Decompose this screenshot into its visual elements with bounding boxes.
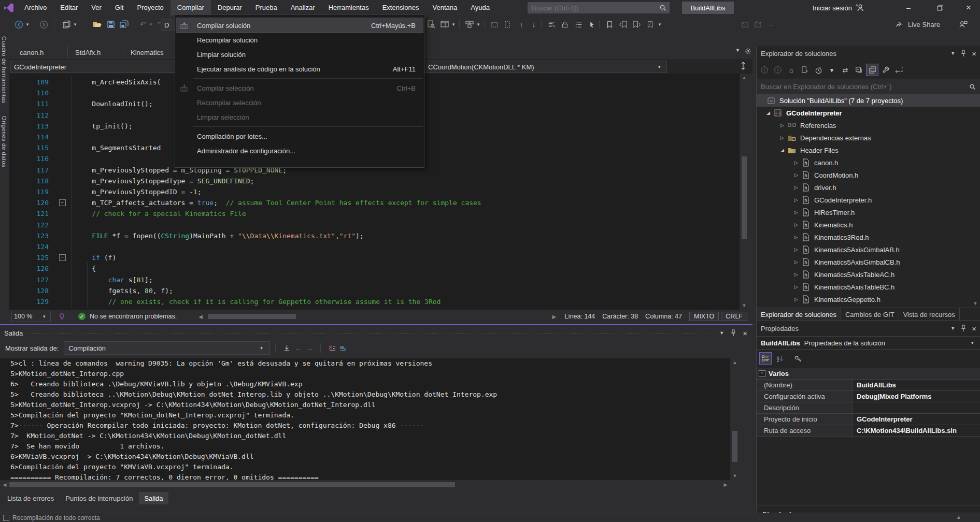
tree-expanded-icon[interactable]: ◢	[766, 110, 774, 115]
bookmarks-dropdown-icon[interactable]: ▾	[657, 19, 662, 30]
tree-item-coordmotion-h[interactable]: ▷hCoordMotion.h	[757, 169, 980, 181]
menu-item-compilar-soluci-n[interactable]: Compilar soluciónCtrl+Mayús.+B	[176, 18, 423, 33]
goto-message-source-icon[interactable]	[281, 342, 292, 354]
alphabetical-view-icon[interactable]: AZ	[774, 353, 786, 364]
property-row-ruta-de-acceso[interactable]: Ruta de accesoC:\KMotion434\BuildAllLibs…	[757, 425, 980, 437]
code-line-118[interactable]: 118 m_PreviouslyStoppedType = SEG_UNDEFI…	[9, 176, 740, 186]
menubar-item-depurar[interactable]: Depurar	[211, 0, 249, 16]
hscroll-left-icon[interactable]: ◀	[198, 314, 203, 320]
zoom-combo[interactable]: 100 % ▾	[11, 311, 51, 322]
tree-collapsed-icon[interactable]: ▷	[794, 160, 802, 165]
collapse-all-icon[interactable]	[853, 64, 864, 76]
window-layout-dropdown-icon[interactable]: ▾	[451, 19, 456, 30]
startup-project-button[interactable]: BuildAllLibs	[682, 2, 734, 14]
menubar-item-analizar[interactable]: Analizar	[284, 0, 322, 16]
next-message-icon[interactable]: →	[304, 342, 315, 354]
menu-item-limpiar-soluci-n[interactable]: Limpiar solución	[176, 47, 423, 62]
close-panel-icon[interactable]: ×	[743, 329, 747, 338]
property-value[interactable]: BuildAllLibs	[853, 380, 980, 390]
data-sources-tab[interactable]: Orígenes de datos	[1, 116, 7, 167]
save-all-icon[interactable]	[119, 19, 130, 30]
menubar-item-ayuda[interactable]: Ayuda	[464, 0, 496, 16]
navigate-forward-icon[interactable]	[38, 19, 49, 30]
code-line-128[interactable]: 128 fgets(s, 80, f);	[9, 285, 740, 296]
menubar-item-editar[interactable]: Editar	[53, 0, 84, 16]
se-back-icon[interactable]	[759, 64, 770, 76]
menubar-item-prueba[interactable]: Prueba	[249, 0, 284, 16]
property-pages-key-icon[interactable]	[792, 353, 804, 364]
tree-item-kinematics5axistableac-h[interactable]: ▷hKinematics5AxisTableAC.h	[757, 268, 980, 281]
navigate-backward-icon[interactable]	[13, 19, 24, 30]
menubar-item-git[interactable]: Git	[108, 0, 131, 16]
tree-item-kinematics5axisgimbalab-h[interactable]: ▷hKinematics5AxisGimbalAB.h	[757, 243, 980, 256]
tab-list-dropdown-icon[interactable]: ▼	[735, 48, 740, 55]
scrollbar-thumb[interactable]	[208, 314, 296, 319]
scrollbar-thumb[interactable]	[742, 156, 747, 239]
property-value[interactable]: Debug|Mixed Platforms	[853, 391, 980, 402]
close-panel-icon[interactable]: ×	[972, 324, 976, 333]
menubar-item-ventana[interactable]: Ventana	[426, 0, 464, 16]
sync-with-active-document-icon[interactable]	[799, 64, 811, 76]
output-console[interactable]: 5>cl : línea de comandos warning D9035: …	[0, 358, 730, 480]
code-line-123[interactable]: 123 FILE *f = fopen((CString)MainPath + …	[9, 230, 740, 241]
bottom-tab-salida[interactable]: Salida	[139, 492, 168, 504]
tree-collapsed-icon[interactable]: ▷	[780, 135, 788, 140]
pin-icon[interactable]	[960, 325, 967, 332]
code-line-129[interactable]: 129 // one exists, check if it is callin…	[9, 296, 740, 307]
code-line-125[interactable]: 125− if (f)	[9, 252, 740, 263]
bottom-tab-lista-de-errores[interactable]: Lista de errores	[2, 492, 59, 504]
property-row-descripci-n[interactable]: Descripción	[757, 402, 980, 414]
code-line-127[interactable]: 127 char s[81];	[9, 274, 740, 285]
restore-button[interactable]	[929, 0, 951, 16]
property-value[interactable]: C:\KMotion434\BuildAllLibs.sln	[853, 425, 980, 436]
tree-collapsed-icon[interactable]: ▷	[794, 259, 802, 265]
window-position-dropdown-icon[interactable]: ▼	[719, 330, 724, 336]
status-eol[interactable]: CRLF	[721, 312, 747, 321]
scrollbar-thumb[interactable]	[732, 431, 737, 462]
scroll-left-icon[interactable]: ◀	[0, 481, 9, 489]
bookmark-clear-icon[interactable]	[645, 19, 655, 30]
menu-item-recompilar-soluci-n[interactable]: Recompilar solución	[176, 33, 423, 47]
refresh-icon[interactable]: ⇄	[840, 64, 851, 76]
menubar-item-archivo[interactable]: Archivo	[18, 0, 53, 16]
bottom-tab-puntos-de-interrupci-n[interactable]: Puntos de interrupción	[60, 492, 138, 504]
tree-expanded-icon[interactable]: ◢	[780, 148, 788, 153]
health-indicator-icon[interactable]	[58, 313, 66, 321]
undo-icon[interactable]: ↶	[138, 19, 148, 30]
tree-collapsed-icon[interactable]: ▷	[794, 235, 802, 240]
fold-collapse-icon[interactable]: −	[59, 199, 66, 206]
open-file-icon[interactable]	[92, 19, 103, 30]
property-row-nombre[interactable]: (Nombre)BuildAllLibs	[757, 380, 980, 391]
tree-item-kinematics-h[interactable]: ▷hKinematics.h	[757, 219, 980, 231]
categorized-view-icon[interactable]	[760, 353, 771, 364]
hscroll-right-icon[interactable]: ▶	[552, 314, 557, 320]
output-horizontal-scrollbar[interactable]: ◀ ▶	[0, 480, 730, 489]
bookmark-next-icon[interactable]	[631, 19, 642, 30]
tree-item-kinematics3rod-h[interactable]: ▷hKinematics3Rod.h	[757, 231, 980, 243]
document-tab-stdafx-h[interactable]: StdAfx.h	[68, 46, 123, 59]
pin-icon[interactable]	[730, 329, 736, 337]
scroll-up-icon[interactable]: ▲	[730, 358, 740, 367]
se-forward-icon[interactable]	[772, 64, 784, 76]
tree-collapsed-icon[interactable]: ▷	[794, 297, 802, 302]
scroll-down-icon[interactable]: ▼	[740, 301, 749, 310]
tree-item-kinematics5axistablebc-h[interactable]: ▷hKinematics5AxisTableBC.h	[757, 281, 980, 293]
properties-wrench-icon[interactable]	[880, 64, 891, 76]
tree-collapsed-icon[interactable]: ▷	[794, 185, 802, 190]
split-editor-icon[interactable]	[739, 62, 747, 70]
tree-collapsed-icon[interactable]: ▷	[794, 197, 802, 202]
output-vertical-scrollbar[interactable]: ▲ ▼	[730, 358, 740, 480]
menubar-item-extensiones[interactable]: Extensiones	[376, 0, 426, 16]
tree-collapsed-icon[interactable]: ▷	[794, 247, 802, 252]
scroll-right-icon[interactable]: ▶	[721, 481, 730, 489]
tree-item-driver-h[interactable]: ▷hdriver.h	[757, 181, 980, 194]
output-source-combo[interactable]: Compilación ▾	[64, 341, 270, 355]
solution-explorer-header[interactable]: Explorador de soluciones ▼ ×	[757, 46, 980, 61]
scroll-up-icon[interactable]: ▲	[740, 74, 749, 82]
dock-minimize-icon[interactable]: –	[765, 19, 776, 30]
bookmark-prev-icon[interactable]	[618, 19, 628, 30]
close-button[interactable]: ×	[957, 0, 980, 16]
tree-collapsed-icon[interactable]: ▷	[794, 272, 802, 277]
properties-object-combo[interactable]: BuildAllLibs Propiedades de la solución …	[757, 336, 980, 350]
property-category[interactable]: − Varios	[757, 368, 980, 380]
